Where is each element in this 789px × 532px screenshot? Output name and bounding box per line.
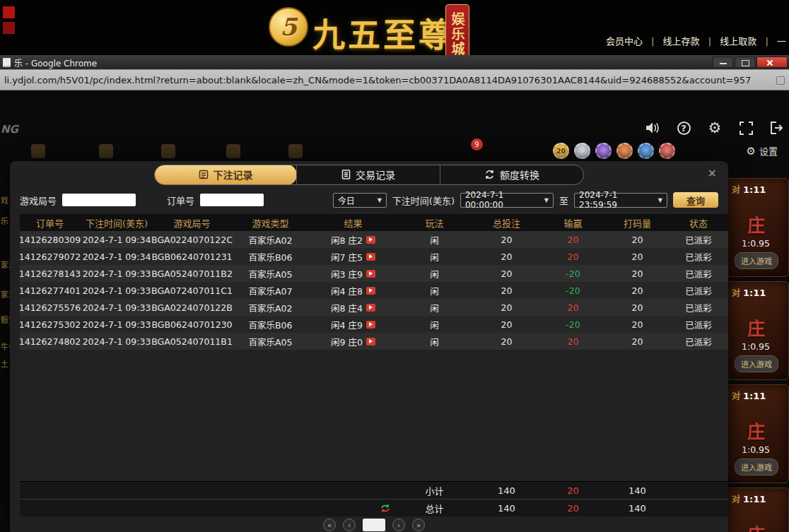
settings-button[interactable]: ⚙ 设置 (747, 144, 778, 158)
cell-order: 14126279072 (20, 248, 80, 265)
close-icon[interactable]: ✕ (708, 168, 717, 179)
minimize-button[interactable] (713, 57, 733, 68)
close-window-button[interactable] (756, 57, 788, 68)
chip[interactable] (616, 143, 633, 159)
prev-page-button[interactable]: ‹ (343, 519, 356, 531)
cell-game-round: BGA0224070122C (153, 231, 230, 248)
result-text: 闲4 庄8 (331, 284, 363, 297)
start-datetime-select[interactable]: 2024-7-1 00:00:00 ▼ (460, 193, 554, 208)
replay-icon[interactable] (366, 253, 375, 261)
link-withdraw[interactable]: 线上取款 (720, 36, 756, 47)
enter-game-button[interactable]: 进入游戏 (735, 355, 778, 372)
subtotal-row: 小计 140 20 140 (20, 481, 728, 499)
to-label: 至 (559, 194, 568, 207)
tab-label: 额度转换 (500, 167, 539, 182)
game-nav-item[interactable] (226, 144, 240, 158)
banker-label: 庄 (747, 418, 765, 443)
brand-logo: 九五至尊 (312, 8, 454, 55)
window-title: 乐 - Google Chrome (14, 57, 97, 69)
game-round-label: 游戏局号 (20, 194, 57, 207)
replay-icon[interactable] (366, 270, 375, 278)
replay-icon[interactable] (366, 304, 375, 312)
cell-game-type: 百家乐A05 (230, 265, 310, 282)
pair-label: 对 (732, 288, 740, 298)
subtotal-winloss: 20 (540, 482, 606, 499)
bet-time-label: 下注时间(美东) (392, 194, 455, 207)
end-datetime-value: 2024-7-1 23:59:59 (579, 190, 654, 210)
col-total-bet: 总投注 (473, 214, 540, 231)
cell-play: 闲 (396, 333, 473, 350)
table-body: 14126280309 2024-7-1 09:34 BGA0224070122… (20, 231, 728, 350)
sound-icon[interactable] (645, 120, 660, 136)
cell-total-bet: 20 (473, 231, 540, 248)
cell-bet-time: 2024-7-1 09:33 (80, 316, 153, 333)
col-winloss: 输赢 (540, 214, 606, 231)
bookmark-icon[interactable] (776, 76, 785, 85)
gear-icon[interactable]: ⚙ (707, 120, 723, 136)
search-button[interactable]: 查询 (673, 192, 718, 208)
sidebar-fragment: 乐 (1, 215, 8, 226)
last-page-button[interactable]: » (412, 519, 425, 531)
next-page-button[interactable]: › (392, 519, 405, 531)
screen: 5 九五至尊 娱乐城 会员中心 | 线上存款 | 线上取款 | 一 乐 - Go… (0, 0, 789, 532)
window-controls (713, 57, 788, 68)
cell-rolling: 20 (606, 231, 669, 248)
maximize-button[interactable] (735, 57, 755, 68)
first-page-button[interactable]: « (323, 519, 336, 531)
tab-transaction-records[interactable]: 交易记录 (296, 165, 440, 184)
fullscreen-icon[interactable] (738, 120, 754, 136)
tab-bet-records[interactable]: 下注记录 (154, 165, 297, 185)
replay-icon[interactable] (366, 338, 375, 345)
banner-red-square (3, 22, 15, 34)
table-empty-area (20, 350, 728, 481)
address-bar[interactable]: li.ydjol.com/h5V01/pc/index.html?return=… (0, 69, 789, 90)
gear-glyph: ⚙ (708, 121, 722, 136)
game-nav-item[interactable] (99, 144, 113, 158)
replay-icon[interactable] (366, 236, 375, 244)
tab-credit-transfer[interactable]: 额度转换 (440, 165, 583, 184)
table-row: 14126277401 2024-7-1 09:33 BGA072407011C… (20, 282, 728, 299)
sidebar-fragment: 家乐 (1, 288, 10, 300)
chip[interactable] (595, 143, 612, 159)
cell-order: 14126274802 (20, 333, 80, 350)
enter-game-button[interactable]: 进入游戏 (735, 459, 778, 475)
cell-game-round: BGB06240701230 (153, 316, 230, 333)
table-row: 14126275576 2024-7-1 09:33 BGA0224070122… (20, 299, 728, 316)
result-text: 闲4 庄9 (331, 318, 363, 331)
end-datetime-select[interactable]: 2024-7-1 23:59:59 ▼ (574, 193, 667, 208)
total-row: 总计 140 20 140 (20, 499, 728, 516)
game-nav-item[interactable] (288, 144, 303, 158)
game-round-input[interactable] (62, 194, 136, 206)
game-nav-item[interactable] (161, 144, 175, 158)
cell-rolling: 20 (606, 248, 669, 265)
cell-rolling: 20 (606, 333, 669, 350)
help-icon[interactable]: ? (676, 120, 691, 136)
col-order: 订单号 (20, 214, 80, 231)
enter-game-button[interactable]: 进入游戏 (735, 252, 778, 269)
help-glyph: ? (677, 122, 691, 135)
refresh-icon[interactable] (380, 504, 390, 513)
favicon (3, 58, 11, 67)
link-deposit[interactable]: 线上存款 (663, 36, 700, 47)
pair-odds-value: 1:11 (743, 391, 766, 401)
date-range-select[interactable]: 今日 ▼ (333, 193, 387, 208)
records-table: 订单号 下注时间(美东) 游戏局号 游戏类型 结果 玩法 总投注 输赢 打码量 … (20, 212, 728, 532)
url-text[interactable]: li.ydjol.com/h5V01/pc/index.html?return=… (4, 75, 768, 85)
chip[interactable] (638, 143, 654, 159)
link-truncated[interactable]: 一 (777, 36, 786, 47)
order-number-input[interactable] (200, 194, 264, 206)
chip-20[interactable]: 20 (553, 143, 569, 159)
result-text: 闲7 庄5 (331, 250, 363, 264)
replay-icon[interactable] (366, 287, 375, 295)
chip[interactable] (659, 143, 675, 159)
chevron-down-icon: ▼ (658, 197, 662, 203)
tab-label: 下注记录 (214, 167, 253, 182)
page-number-input[interactable] (363, 519, 385, 531)
result-text: 闲9 庄0 (331, 335, 363, 348)
game-nav-item[interactable] (31, 144, 45, 158)
replay-icon[interactable] (366, 321, 375, 329)
link-member-center[interactable]: 会员中心 (606, 36, 643, 47)
chip[interactable] (574, 143, 590, 159)
cell-status: 已派彩 (669, 299, 728, 316)
exit-icon[interactable] (769, 120, 785, 136)
